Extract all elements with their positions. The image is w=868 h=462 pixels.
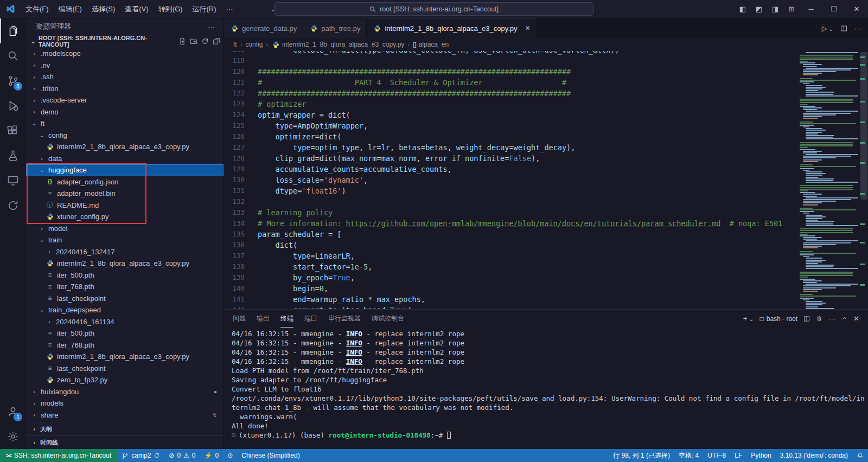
overview-ruler[interactable] [858, 51, 868, 309]
tree-item-huixiangdou[interactable]: ›huixiangdou● [26, 386, 224, 398]
code-line-132[interactable]: 132 [224, 196, 800, 207]
code-line-118[interactable]: 118 collate_fn=dict(type=default_collate… [224, 51, 800, 55]
breadcrumb-item-config[interactable]: config [245, 41, 263, 48]
menu-item-3[interactable]: 查看(V) [120, 0, 153, 18]
activity-explorer[interactable] [0, 18, 26, 43]
customize-layout-icon[interactable]: ⊞ [783, 5, 800, 13]
code-line-125[interactable]: 125 type=AmpOptimWrapper, [224, 120, 800, 131]
encoding-status[interactable]: UTF-8 [703, 449, 730, 462]
language-mode[interactable]: Python [746, 449, 775, 462]
tree-item-iter_500.pth[interactable]: ≡iter_500.pth [26, 328, 224, 339]
terminal-output[interactable]: 04/16 16:32:15 - mmengine - INFO - repla… [224, 328, 868, 449]
collapse-all-icon[interactable] [213, 37, 220, 45]
tree-item-iter_768.pth[interactable]: ≡iter_768.pth [26, 281, 224, 293]
indentation-status[interactable]: 空格: 4 [674, 449, 703, 462]
close-button[interactable]: ✕ [845, 0, 868, 18]
tree-item-internlm2_1_8b_qlora_alpaca_e3_copy.py[interactable]: internlm2_1_8b_qlora_alpaca_e3_copy.py [26, 351, 224, 363]
menu-item-2[interactable]: 选择(S) [87, 0, 120, 18]
code-line-122[interactable]: 122#####################################… [224, 88, 800, 99]
code-line-126[interactable]: 126 optimizer=dict( [224, 131, 800, 142]
editor-viewport[interactable]: 118 collate_fn=dict(type=default_collate… [224, 51, 800, 309]
chevron-down-icon[interactable]: ⌄ [29, 38, 37, 45]
minimap[interactable] [800, 51, 858, 309]
panel-tab-终端[interactable]: 终端 [280, 310, 293, 328]
code-line-124[interactable]: 124optim_wrapper = dict( [224, 110, 800, 120]
code-line-139[interactable]: 139 by_epoch=True, [224, 272, 800, 283]
tree-item-last_checkpoint[interactable]: ≡last_checkpoint [26, 363, 224, 375]
panel-tab-问题[interactable]: 问题 [233, 310, 246, 328]
tree-item-iter_500.pth[interactable]: ≡iter_500.pth [26, 270, 224, 281]
code-line-121[interactable]: 121# PART 4 Scheduler & Optimizer # [224, 77, 800, 88]
toggle-sidebar-icon[interactable]: ◧ [735, 5, 751, 13]
python-interpreter[interactable]: 3.10.13 ('demo': conda) [776, 449, 852, 462]
code-line-120[interactable]: 120#####################################… [224, 66, 800, 77]
code-line-123[interactable]: 123# optimizer [224, 99, 800, 110]
menu-item-0[interactable]: 文件(F) [21, 0, 54, 18]
ime-status[interactable]: Chinese (Simplified) [237, 449, 304, 462]
tree-item-.nv[interactable]: ›.nv [26, 60, 224, 72]
editor-tab-generate_data.py[interactable]: generate_data.py [224, 18, 303, 38]
tree-item-20240416_132417[interactable]: ›20240416_132417 [26, 246, 224, 258]
editor-tab-path_tree.py[interactable]: path_tree.py [303, 18, 367, 38]
tree-item-demo[interactable]: ›demo [26, 106, 224, 118]
editor-tab-internlm2_1_8b_qlora_alpaca_e3_copy.py[interactable]: internlm2_1_8b_qlora_alpaca_e3_copy.py✕ [367, 18, 537, 38]
tree-item-internlm2_1_8b_qlora_alpaca_e3_copy.py[interactable]: internlm2_1_8b_qlora_alpaca_e3_copy.py [26, 141, 224, 153]
tree-item-xtuner_config.py[interactable]: xtuner_config.py [26, 211, 224, 223]
toggle-panel-icon[interactable]: ◩ [751, 5, 767, 13]
code-line-131[interactable]: 131 dtype='float16') [224, 185, 800, 196]
tree-item-internlm2_1_8b_qlora_alpaca_e3_copy.py[interactable]: internlm2_1_8b_qlora_alpaca_e3_copy.py [26, 258, 224, 270]
code-line-140[interactable]: 140 begin=0, [224, 283, 800, 294]
ports-status[interactable]: ⚡0 [200, 449, 224, 462]
editor-more-actions-icon[interactable]: ··· [854, 24, 861, 33]
tree-item-20240416_161134[interactable]: ›20240416_161134 [26, 316, 224, 328]
tree-item-share[interactable]: ›share↯ [26, 409, 224, 421]
code-line-137[interactable]: 137 type=LinearLR, [224, 251, 800, 261]
activity-settings[interactable] [0, 424, 26, 449]
tree-item-models[interactable]: ›models [26, 397, 224, 409]
activity-extensions[interactable] [0, 118, 26, 143]
notifications-bell[interactable] [852, 449, 868, 462]
breadcrumb-item-ft[interactable]: ft [233, 41, 237, 48]
tree-item-last_checkpoint[interactable]: ≡last_checkpoint [26, 293, 224, 305]
terminal-instance[interactable]: □ bash - root [760, 315, 797, 323]
split-terminal-icon[interactable] [803, 316, 810, 322]
tunnel-status[interactable]: ⊙ [223, 449, 237, 462]
tree-item-train[interactable]: ⌄train [26, 234, 224, 246]
maximize-panel-icon[interactable] [841, 316, 847, 322]
code-line-138[interactable]: 138 start_factor=1e-5, [224, 261, 800, 272]
close-tab-icon[interactable]: ✕ [525, 24, 531, 32]
activity-circular-extension[interactable] [0, 193, 26, 218]
tree-item-.triton[interactable]: ›.triton [26, 83, 224, 95]
tree-item-adapter_config.json[interactable]: {}adapter_config.json [26, 176, 224, 188]
breadcrumb-item-internlm2_1_8b_qlora_alpaca_e3_copy.py[interactable]: internlm2_1_8b_qlora_alpaca_e3_copy.py [271, 41, 404, 48]
tree-item-.vscode-server[interactable]: ›.vscode-server [26, 94, 224, 106]
close-panel-icon[interactable]: ✕ [853, 315, 859, 323]
code-line-135[interactable]: 135param_scheduler = [ [224, 229, 800, 240]
activity-source-control[interactable]: 8 [0, 68, 26, 93]
menu-item-5[interactable]: 运行(R) [187, 0, 221, 18]
code-line-141[interactable]: 141 end=warmup_ratio * max_epochs, [224, 294, 800, 305]
outline-section[interactable]: › 大纲 [26, 422, 224, 435]
tree-item-readme.md[interactable]: ⓘREADME.md [26, 200, 224, 211]
refresh-icon[interactable] [201, 37, 209, 45]
code-line-128[interactable]: 128 clip_grad=dict(max_norm=max_norm, er… [224, 153, 800, 164]
tree-item-.ssh[interactable]: ›.ssh [26, 71, 224, 83]
panel-more-actions-icon[interactable]: ··· [828, 315, 835, 323]
tree-item-zero_to_fp32.py[interactable]: zero_to_fp32.py [26, 374, 224, 386]
code-line-127[interactable]: 127 type=optim_type, lr=lr, betas=betas,… [224, 142, 800, 153]
tree-item-model[interactable]: ›model [26, 223, 224, 235]
cursor-position[interactable]: 行 98, 列 1 (已选择) [609, 449, 674, 462]
panel-tab-串行监视器[interactable]: 串行监视器 [328, 310, 361, 328]
code-line-133[interactable]: 133# learning policy [224, 207, 800, 218]
titlebar-search[interactable]: root [SSH: ssh.intern-ai.org.cn-Tancout] [274, 2, 594, 16]
new-folder-icon[interactable] [190, 37, 197, 45]
tree-item-data[interactable]: ›data [26, 153, 224, 165]
kill-terminal-icon[interactable] [816, 315, 822, 322]
panel-tab-端口[interactable]: 端口 [304, 310, 317, 328]
run-python-file-button[interactable]: ▷ ⌄ [822, 24, 833, 33]
remote-indicator[interactable]: >< SSH: ssh.intern-ai.org.cn-Tancout [0, 449, 117, 462]
menu-item-1[interactable]: 编辑(E) [54, 0, 87, 18]
new-terminal-icon[interactable]: + ⌄ [743, 315, 754, 323]
new-file-icon[interactable] [178, 37, 186, 45]
tree-item-adapter_model.bin[interactable]: ≡adapter_model.bin [26, 188, 224, 200]
